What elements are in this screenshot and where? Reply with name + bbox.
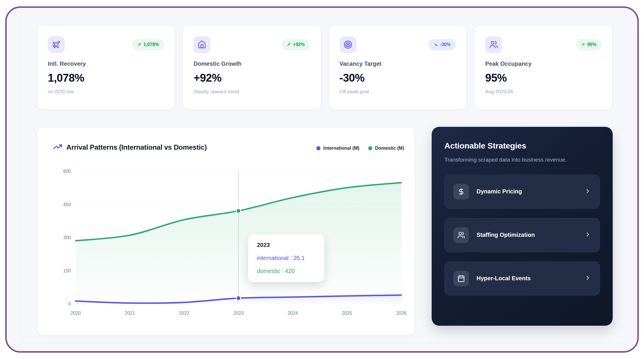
target-icon (340, 36, 356, 53)
svg-text:450: 450 (63, 202, 71, 207)
stat-card-intl-recovery: ↗ 1,078% Intl. Recovery 1,078% vs 2020 l… (37, 25, 175, 109)
svg-text:2026: 2026 (396, 311, 406, 316)
badge-value: -30% (440, 42, 450, 47)
users-icon (453, 227, 469, 243)
stat-subtitle: Steady upward trend (194, 89, 310, 95)
svg-text:600: 600 (63, 169, 71, 174)
svg-text:2020: 2020 (70, 311, 81, 316)
stat-value: +92% (194, 72, 310, 84)
svg-text:2022: 2022 (179, 311, 189, 316)
stat-label: Peak Occupancy (485, 61, 602, 67)
strategy-item-staffing-optimization[interactable]: Staffing Optimization (444, 218, 600, 252)
stat-card-vacancy-target: ↘ -30% Vacancy Target -30% Off-peak goal (329, 25, 467, 109)
stat-value: 95% (485, 72, 602, 84)
tooltip-international-value: international : 25.1 (257, 255, 315, 261)
users-icon (485, 36, 502, 53)
calendar-icon (453, 271, 469, 286)
chevron-right-icon (585, 188, 591, 195)
badge-value: 95% (587, 42, 596, 47)
strategy-item-hyper-local-events[interactable]: Hyper-Local Events (444, 261, 600, 296)
tooltip-year: 2023 (257, 242, 315, 248)
stat-value: -30% (340, 72, 456, 84)
svg-text:2024: 2024 (288, 311, 298, 316)
trend-arrow-icon: ↗ (137, 42, 141, 47)
trend-badge: ↘ -30% (428, 39, 456, 50)
tooltip-domestic-value: domestic : 420 (257, 268, 315, 274)
svg-text:2025: 2025 (342, 311, 352, 316)
stat-cards-row: ↗ 1,078% Intl. Recovery 1,078% vs 2020 l… (37, 25, 612, 109)
badge-value: 1,078% (143, 42, 159, 47)
stat-card-peak-occupancy: ↗ 95% Peak Occupancy 95% Aug 2025/26 (475, 25, 612, 109)
plane-icon (48, 36, 65, 53)
svg-text:150: 150 (63, 268, 71, 273)
panel-title: Actionable Strategies (444, 141, 600, 151)
svg-text:2023: 2023 (233, 311, 244, 316)
chevron-right-icon (585, 231, 591, 239)
dollar-icon (453, 184, 469, 199)
trend-arrow-icon: ↘ (434, 42, 437, 47)
stat-card-domestic-growth: ↗ +92% Domestic Growth +92% Steady upwar… (183, 25, 321, 109)
badge-value: +92% (293, 42, 305, 47)
svg-text:300: 300 (63, 235, 71, 240)
stat-value: 1,078% (48, 72, 164, 84)
trend-badge: ↗ 95% (576, 39, 602, 50)
chart-tooltip: 2023 international : 25.1 domestic : 420 (248, 234, 324, 282)
svg-text:0: 0 (68, 301, 71, 306)
trend-arrow-icon: ↗ (581, 42, 585, 47)
stat-subtitle: Aug 2025/26 (485, 89, 602, 95)
trend-badge: ↗ +92% (282, 39, 310, 50)
stat-subtitle: vs 2020 low (48, 89, 164, 95)
strategy-item-dynamic-pricing[interactable]: Dynamic Pricing (444, 175, 600, 209)
stat-subtitle: Off-peak goal (340, 89, 456, 95)
home-icon (194, 36, 210, 53)
chevron-right-icon (585, 275, 591, 282)
panel-subtitle: Transforming scraped data into business … (444, 156, 581, 164)
arrival-patterns-chart-card: Arrival Patterns (International vs Domes… (37, 127, 415, 335)
stat-label: Intl. Recovery (48, 61, 164, 67)
stat-label: Vacancy Target (340, 61, 456, 67)
stat-label: Domestic Growth (194, 61, 310, 67)
arrival-patterns-chart[interactable]: 0150300450600202020212022202320242025202… (37, 128, 415, 336)
actionable-strategies-panel: Actionable Strategies Transforming scrap… (432, 127, 613, 326)
trend-arrow-icon: ↗ (287, 42, 291, 47)
svg-text:2021: 2021 (125, 311, 135, 316)
trend-badge: ↗ 1,078% (132, 39, 165, 50)
